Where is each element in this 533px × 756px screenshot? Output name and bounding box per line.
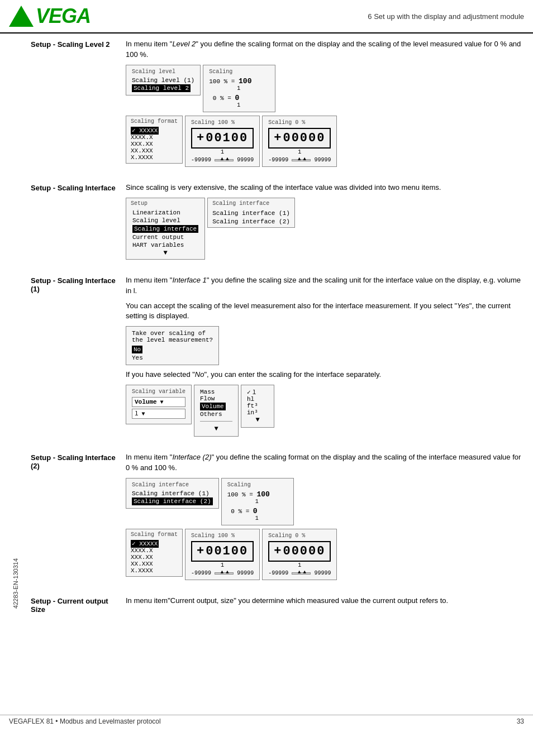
- scaling-interface-ui-row: Setup Linearization Scaling level Scalin…: [126, 198, 524, 260]
- chapter-title: 6 Set up with the display and adjustment…: [368, 12, 524, 21]
- scaling-box: Scaling 100 % = 100 1 0 % = 0 1: [203, 65, 275, 112]
- scaling-interface-2-level-box: Scaling interface Scaling interface (1) …: [126, 478, 219, 509]
- scaling-100-track: ▲ ▲: [215, 159, 234, 161]
- scaling-interface-2-ui-row2: Scaling format ✓ XXXXX XXXX.X XXX.XX XX.…: [126, 529, 524, 580]
- scaling-interface-text: Since scaling is very extensive, the sca…: [126, 183, 524, 193]
- scaling-interface-2-text1: In menu item "Interface (2)" you define …: [126, 452, 524, 473]
- current-output-text: In menu item"Current output, size" you d…: [126, 596, 524, 606]
- scaling-variable-row: Scaling variable Volume ▼ l ▼ Mass: [126, 385, 524, 437]
- scaling-100-2-slider: -99999 ▲ ▲ 99999: [191, 570, 254, 576]
- scaling-variable-dropdown[interactable]: Volume ▼: [132, 397, 185, 407]
- scaling-100-title: Scaling 100 %: [191, 119, 254, 126]
- page-header: VEGA 6 Set up with the display and adjus…: [0, 0, 533, 34]
- scaling-100-slider: -99999 ▲ ▲ 99999: [191, 157, 254, 163]
- menu-linearization: Linearization: [131, 209, 200, 217]
- section-label-scaling-interface: Setup - Scaling Interface: [31, 183, 126, 192]
- meas-flow: Flow: [200, 395, 232, 402]
- menu-current-output: Current output: [131, 233, 200, 241]
- format-item-xxxx-x: XXXX.X: [131, 134, 178, 141]
- section-content-scaling-level-2: In menu item "Level 2" you define the sc…: [126, 39, 524, 170]
- scaling-100-display-box: Scaling 100 % +00100 1 -99999 ▲ ▲ 99999: [185, 116, 260, 167]
- section-scaling-interface: Setup - Scaling Interface Since scaling …: [31, 183, 524, 263]
- unit-list-box: ✓l hl ft³ in³ ▼: [241, 385, 274, 428]
- scaling2-0-sub: 1: [255, 515, 288, 521]
- format-item-xx-xxx: XX.XXX: [131, 147, 178, 154]
- page-body: 42283-EN-130314 Setup - Scaling Level 2 …: [0, 34, 533, 709]
- setup-menu-box: Setup Linearization Scaling level Scalin…: [126, 198, 205, 260]
- checkmark-icon: ✓: [247, 389, 251, 396]
- scaling-0-2-display: +00000: [268, 541, 331, 562]
- footer-left: VEGAFLEX 81 • Modbus and Levelmaster pro…: [9, 717, 161, 725]
- takeover-line1: Take over scaling of: [132, 330, 213, 337]
- scaling-level-box: Scaling level Scaling level (1) Scaling …: [126, 65, 201, 95]
- format2-item-xxxxx-selected: ✓ XXXXX: [131, 540, 178, 547]
- scaling-interface-submenu: Scaling interface Scaling interface (1) …: [207, 198, 295, 228]
- section-content-scaling-interface: Since scaling is very extensive, the sca…: [126, 183, 524, 263]
- unit-arrow-down: ▼: [247, 416, 268, 424]
- menu-arrow-down: ▼: [131, 249, 200, 257]
- scaling-interface-2-item1: Scaling interface (1): [132, 490, 213, 497]
- meas-volume-selected: Volume: [200, 403, 232, 410]
- scaling-variable-box: Scaling variable Volume ▼ l ▼: [126, 385, 192, 424]
- scaling-100-2-display: +00100: [191, 541, 254, 562]
- scaling-100-sub: 1: [237, 85, 269, 92]
- scaling-0-sub: 1: [237, 102, 269, 108]
- menu-hart-variables: HART variables: [131, 241, 200, 249]
- meas-mass: Mass: [200, 389, 232, 395]
- footer-right: 33: [517, 717, 524, 725]
- scaling-level-2-ui-row1: Scaling level Scaling level (1) Scaling …: [126, 65, 524, 112]
- scaling-variable-sub-value: l: [135, 410, 139, 417]
- menu-scaling-interface-selected: Scaling interface: [131, 224, 200, 233]
- scaling-level-item-2-selected: Scaling level 2: [132, 85, 194, 92]
- scaling-box-2: Scaling 100 % = 100 1 0 % = 0 1: [221, 478, 294, 525]
- scaling-variable-sub-dropdown[interactable]: l ▼: [132, 409, 185, 419]
- meas-divider: [200, 421, 232, 422]
- unit-hl: hl: [247, 396, 268, 403]
- scaling-interface-2-ui-row1: Scaling interface Scaling interface (1) …: [126, 478, 524, 525]
- scaling-0-min: -99999: [268, 157, 288, 163]
- scaling-interface-submenu-title: Scaling interface: [212, 200, 290, 207]
- logo-triangle-icon: [9, 6, 34, 27]
- scaling-100-display: +00100: [191, 128, 254, 149]
- scaling-0-2-max: 99999: [314, 570, 331, 576]
- takeover-no-selected: No: [132, 346, 213, 353]
- sub-dropdown-arrow-icon: ▼: [142, 411, 145, 417]
- section-content-scaling-interface-2: In menu item "Interface (2)" you define …: [126, 452, 524, 583]
- section-content-scaling-interface-1: In menu item "Interface 1" you define th…: [126, 275, 524, 440]
- scaling-interface-2-item2-selected: Scaling interface (2): [132, 498, 213, 505]
- scaling-100-sub-val: 1: [191, 149, 254, 155]
- main-content: Setup - Scaling Level 2 In menu item "Le…: [31, 39, 533, 709]
- section-label-scaling-level-2: Setup - Scaling Level 2: [31, 39, 126, 49]
- scaling-100-2-max: 99999: [237, 570, 254, 576]
- scaling-0-row: 0 % = 0: [209, 94, 269, 102]
- scaling-format-2-title: Scaling format: [131, 532, 178, 538]
- footer: VEGAFLEX 81 • Modbus and Levelmaster pro…: [0, 715, 533, 728]
- scaling-box-2-title: Scaling: [227, 482, 288, 488]
- scaling-0-2-min: -99999: [268, 570, 288, 576]
- scaling-box-title: Scaling: [209, 69, 269, 75]
- scaling-100-row: 100 % = 100: [209, 77, 269, 85]
- scaling-level-item-1: Scaling level (1): [132, 77, 194, 84]
- scaling-100-max: 99999: [237, 157, 254, 163]
- scaling-level-2-ui-row2: Scaling format ✓ XXXXX XXXX.X XXX.XX XX.…: [126, 116, 524, 167]
- section-scaling-level-2: Setup - Scaling Level 2 In menu item "Le…: [31, 39, 524, 170]
- format-item-xxx-xx: XXX.XX: [131, 141, 178, 147]
- takeover-row: Take over scaling of the level measureme…: [126, 326, 524, 365]
- setup-menu-title: Setup: [131, 200, 200, 207]
- format-item-xxxxx-selected: ✓ XXXXX: [131, 127, 178, 134]
- scaling-interface-2-item: Scaling interface (2): [212, 218, 290, 225]
- section-label-current-output: Setup - Current output Size: [31, 596, 126, 614]
- scaling-level-2-text: In menu item "Level 2" you define the sc…: [126, 39, 524, 60]
- scaling-format-box: Scaling format ✓ XXXXX XXXX.X XXX.XX XX.…: [126, 116, 183, 164]
- section-scaling-interface-2: Setup - Scaling Interface (2) In menu it…: [31, 452, 524, 583]
- meas-arrow-down: ▼: [200, 425, 232, 433]
- scaling-0-2-sub: 1: [268, 562, 331, 568]
- scaling-0-2-slider: -99999 ▲ ▲ 99999: [268, 570, 331, 576]
- format-item-x-xxxx: X.XXXX: [131, 154, 178, 161]
- format2-item-xxx-xx: XXX.XX: [131, 554, 178, 561]
- menu-scaling-level: Scaling level: [131, 217, 200, 224]
- scaling-100-2-sub: 1: [191, 562, 254, 568]
- logo-text: VEGA: [36, 4, 91, 28]
- scaling2-100-sub: 1: [255, 499, 288, 505]
- meas-others: Others: [200, 411, 232, 418]
